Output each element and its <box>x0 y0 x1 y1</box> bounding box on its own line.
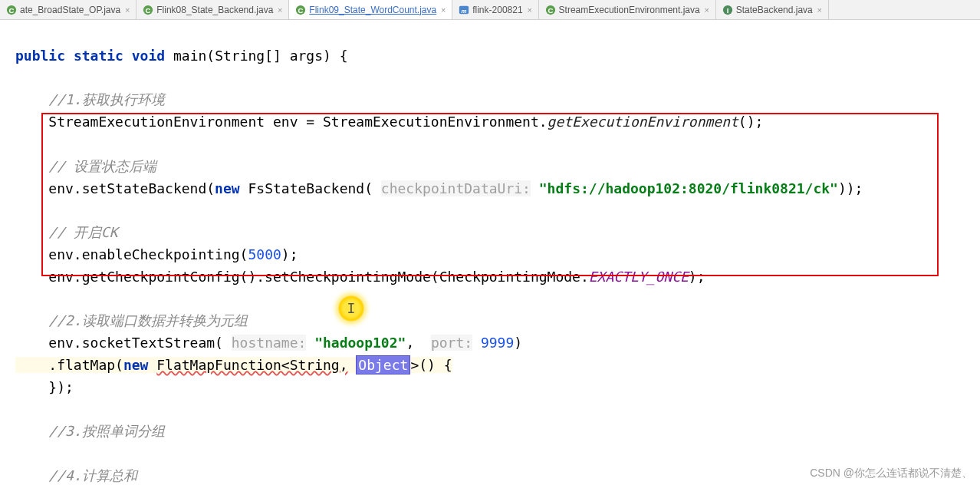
tab-5[interactable]: IStateBackend.java× <box>716 0 829 19</box>
close-icon[interactable]: × <box>703 6 711 14</box>
close-icon[interactable]: × <box>439 6 447 14</box>
line-env-create: StreamExecutionEnvironment env = StreamE… <box>48 114 763 130</box>
editor-tabs: Cate_BroadState_OP.java×CFlink08_State_B… <box>0 0 980 20</box>
method-main: main <box>173 48 206 64</box>
line-close: }); <box>48 379 74 395</box>
comment-backend: // 设置状态后端 <box>48 158 156 174</box>
close-icon[interactable]: × <box>123 6 131 14</box>
comment-2: //2.读取端口数据并转换为元组 <box>48 312 247 328</box>
comment-3: //3.按照单词分组 <box>48 423 164 439</box>
tab-label: ate_BroadState_OP.java <box>20 5 120 15</box>
tab-4[interactable]: CStreamExecutionEnvironment.java× <box>539 0 716 19</box>
svg-text:C: C <box>548 5 553 14</box>
kw-static: static <box>74 48 123 64</box>
svg-text:C: C <box>146 5 151 14</box>
line-socket: env.socketTextStream( hostname: "hadoop1… <box>48 335 522 351</box>
close-icon[interactable]: × <box>276 6 284 14</box>
code-editor[interactable]: public static void main(String[] args) {… <box>0 20 980 485</box>
svg-text:I: I <box>726 5 728 14</box>
comment-ck: // 开启CK <box>48 224 117 240</box>
tab-label: flink-200821 <box>472 5 522 15</box>
tab-label: Flink08_State_Backend.java <box>156 5 273 15</box>
svg-text:C: C <box>298 5 304 14</box>
line-enable-ck: env.enableCheckpointing(5000); <box>48 246 298 262</box>
close-icon[interactable]: × <box>816 6 824 14</box>
svg-text:m: m <box>462 7 467 14</box>
tab-3[interactable]: mflink-200821× <box>452 0 538 19</box>
comment-4: //4.计算总和 <box>48 467 136 483</box>
line-ck-mode: env.getCheckpointConfig().setCheckpointi… <box>48 269 705 285</box>
tab-label: Flink09_State_WordCount.java <box>309 5 436 15</box>
watermark: CSDN @你怎么连话都说不清楚、 <box>810 467 972 480</box>
tab-1[interactable]: CFlink08_State_Backend.java× <box>136 0 289 19</box>
tab-label: StreamExecutionEnvironment.java <box>559 5 700 15</box>
tab-0[interactable]: Cate_BroadState_OP.java× <box>0 0 136 19</box>
line-flatmap: .flatMap(new FlatMapFunction<String, Obj… <box>15 357 452 373</box>
line-backend: env.setStateBackend(new FsStateBackend( … <box>48 180 863 196</box>
sig: (String[] args) { <box>206 48 347 64</box>
tab-2[interactable]: CFlink09_State_WordCount.java× <box>289 0 452 19</box>
selected-object[interactable]: Object <box>356 355 410 374</box>
comment-1: //1.获取执行环境 <box>48 91 164 107</box>
svg-text:C: C <box>9 5 15 14</box>
tab-label: StateBackend.java <box>736 5 813 15</box>
close-icon[interactable]: × <box>526 6 534 14</box>
kw-public: public <box>15 48 65 64</box>
cursor-highlight-icon: I <box>337 295 365 322</box>
kw-void: void <box>132 48 165 64</box>
